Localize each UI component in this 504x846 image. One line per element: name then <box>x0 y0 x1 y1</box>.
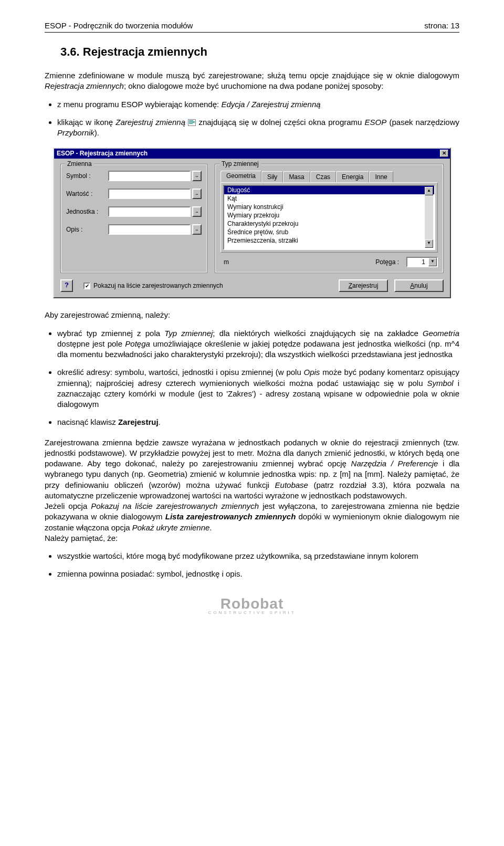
combo-potega[interactable]: 1 ▼ <box>406 257 438 267</box>
header-rule <box>45 32 459 33</box>
input-symbol[interactable] <box>108 171 191 181</box>
label-value: Wartość : <box>66 190 108 197</box>
list-item[interactable]: Kąt <box>224 194 434 203</box>
header-left: ESOP - Podręcznik do tworzenia modułów <box>45 21 193 30</box>
list-item[interactable]: Długość <box>224 186 434 194</box>
listbox-types[interactable]: Długość Kąt Wymiary konstrukcji Wymiary … <box>223 185 435 250</box>
scroll-down-icon[interactable]: ▼ <box>425 239 433 248</box>
label-unit: Jednostka : <box>66 208 108 215</box>
ellipsis-desc[interactable]: .. <box>192 224 202 235</box>
list-item[interactable]: Średnice prętów, śrub <box>224 228 434 236</box>
checkbox-label: Pokazuj na liście zarejestrowanych zmien… <box>93 282 223 289</box>
register-button[interactable]: Zarejestruj <box>339 279 388 292</box>
list-item[interactable]: Przemieszczenia, strzałki <box>224 236 434 245</box>
label-desc: Opis : <box>66 226 108 233</box>
after-bullet-1: wybrać typ zmiennej z pola Typ zmiennej;… <box>57 328 459 360</box>
after-bullets: wybrać typ zmiennej z pola Typ zmiennej;… <box>45 328 459 428</box>
chevron-down-icon[interactable]: ▼ <box>428 258 437 266</box>
tab-masa[interactable]: Masa <box>283 171 310 183</box>
after-lead: Aby zarejestrować zmienną, należy: <box>45 310 459 320</box>
list-item[interactable]: Wymiary konstrukcji <box>224 203 434 211</box>
para-show-option: Jeżeli opcja Pokazuj na liście zarejestr… <box>45 501 459 533</box>
checkbox-show-in-list[interactable]: ✔ <box>83 283 90 289</box>
group-type-legend: Typ zmiennej <box>219 160 261 168</box>
para-units: Zarejestrowana zmienna będzie zawsze wyr… <box>45 437 459 502</box>
footer-logo: Robobat CONSTRUCTIVE SPIRIT <box>45 596 459 615</box>
ellipsis-symbol[interactable]: .. <box>192 171 202 181</box>
intro-paragraph: Zmienne zdefiniowane w module muszą być … <box>45 70 459 92</box>
tab-geometria[interactable]: Geometria <box>220 171 261 182</box>
svg-rect-1 <box>189 120 193 121</box>
ellipsis-unit[interactable]: .. <box>192 206 202 217</box>
cancel-button[interactable]: Anuluj <box>394 279 444 292</box>
close-button[interactable]: ✕ <box>440 150 448 157</box>
group-variable-legend: Zmienna <box>65 160 94 168</box>
final-bullet-1: wszystkie wartości, które mogą być modyf… <box>57 551 459 561</box>
input-unit[interactable] <box>108 206 191 217</box>
svg-rect-4 <box>189 123 193 124</box>
intro-bullet-2: klikając w ikonę Zarejestruj zmienną zna… <box>57 117 459 139</box>
register-variable-icon <box>188 119 196 126</box>
final-bullet-2: zmienna powinna posiadać: symbol, jednos… <box>57 569 459 579</box>
after-bullet-2: określić adresy: symbolu, wartości, jedn… <box>57 367 459 410</box>
unit-display: m <box>224 258 229 266</box>
dialog-title: ESOP - Rejestracja zmiennych <box>57 150 440 157</box>
section-heading: 3.6. Rejestracja zmiennych <box>60 45 459 59</box>
dialog-register-variables: ESOP - Rejestracja zmiennych ✕ Zmienna S… <box>53 148 451 298</box>
scroll-up-icon[interactable]: ▲ <box>425 187 433 195</box>
ellipsis-value[interactable]: .. <box>192 189 202 199</box>
tabs-type: Geometria Siły Masa Czas Energia Inne <box>220 171 438 182</box>
svg-rect-3 <box>189 122 195 123</box>
help-button[interactable]: ? <box>60 279 73 292</box>
intro-bullets: z menu programu ESOP wybierając komendę:… <box>45 99 459 139</box>
label-potega: Potęga : <box>375 258 399 266</box>
tab-inne[interactable]: Inne <box>369 171 393 183</box>
group-variable: Zmienna Symbol : .. Wartość : .. Jednost… <box>60 164 207 273</box>
input-desc[interactable] <box>108 224 191 235</box>
after-bullet-3: nacisnąć klawisz Zarejestruj. <box>57 417 459 427</box>
input-value[interactable] <box>108 189 191 199</box>
tab-sily[interactable]: Siły <box>261 171 283 183</box>
combo-potega-value: 1 <box>407 258 428 266</box>
tab-energia[interactable]: Energia <box>336 171 369 183</box>
label-symbol: Symbol : <box>66 172 108 180</box>
listbox-scrollbar[interactable]: ▲ ▼ <box>425 187 433 248</box>
final-bullets: wszystkie wartości, które mogą być modyf… <box>45 551 459 580</box>
header-right: strona: 13 <box>424 21 459 30</box>
svg-rect-2 <box>189 121 195 122</box>
list-item[interactable]: Wymiary przekroju <box>224 211 434 220</box>
para-remember: Należy pamiętać, że: <box>45 533 459 544</box>
group-type: Typ zmiennej Geometria Siły Masa Czas En… <box>215 164 444 273</box>
logo-subtitle: CONSTRUCTIVE SPIRIT <box>45 610 459 615</box>
dialog-titlebar[interactable]: ESOP - Rejestracja zmiennych ✕ <box>54 149 450 159</box>
page-header: ESOP - Podręcznik do tworzenia modułów s… <box>45 21 459 30</box>
tab-czas[interactable]: Czas <box>310 171 336 183</box>
intro-bullet-1: z menu programu ESOP wybierając komendę:… <box>57 99 459 110</box>
tab-pane: Długość Kąt Wymiary konstrukcji Wymiary … <box>220 182 438 253</box>
list-item[interactable]: Charakterystyki przekroju <box>224 220 434 228</box>
